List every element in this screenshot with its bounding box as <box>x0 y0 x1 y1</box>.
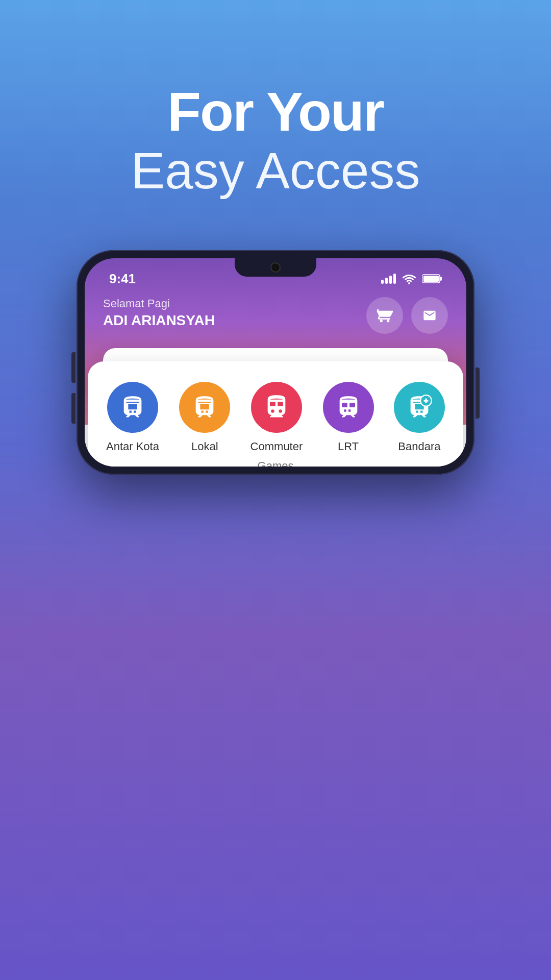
lokal-label: Lokal <box>191 440 218 453</box>
lokal-icon <box>179 382 230 433</box>
mail-icon <box>421 308 438 323</box>
bandara-train-icon <box>406 394 433 421</box>
services-panel: Antar Kota Lokal <box>88 361 463 467</box>
bandara-label: Bandara <box>398 440 440 453</box>
wifi-icon <box>402 273 416 284</box>
app-header: Selamat Pagi ADI ARIANSYAH <box>103 297 448 334</box>
greeting-text: Selamat Pagi <box>103 297 215 310</box>
antar-kota-icon <box>107 382 158 433</box>
signal-icon <box>381 274 396 284</box>
user-name: ADI ARIANSYAH <box>103 312 215 329</box>
lrt-icon <box>323 382 374 433</box>
header-icons <box>366 297 448 334</box>
phone-frame: 9:41 <box>77 250 474 475</box>
commuter-label: Commuter <box>251 440 303 453</box>
phone-mockup: 9:41 <box>77 250 474 475</box>
mail-button[interactable] <box>411 297 448 334</box>
commuter-train-icon <box>263 394 290 421</box>
phone-notch <box>235 258 316 277</box>
service-lokal[interactable]: Lokal <box>179 382 230 453</box>
lrt-label: LRT <box>338 440 359 453</box>
service-antar-kota[interactable]: Antar Kota <box>106 382 159 453</box>
bandara-icon <box>394 382 445 433</box>
svg-rect-1 <box>440 277 442 281</box>
cart-button[interactable] <box>366 297 403 334</box>
cart-icon <box>377 307 393 324</box>
hero-section: For Your Easy Access <box>0 82 551 199</box>
user-info: Selamat Pagi ADI ARIANSYAH <box>103 297 215 329</box>
phone-screen: 9:41 <box>85 258 466 467</box>
svg-rect-2 <box>423 276 439 282</box>
camera <box>270 262 281 273</box>
services-grid: Antar Kota Lokal <box>106 382 445 453</box>
lrt-train-icon <box>335 394 362 421</box>
status-time: 9:41 <box>109 271 136 287</box>
games-label: Games <box>106 453 445 467</box>
lokal-train-icon <box>191 394 218 421</box>
app-content: Selamat Pagi ADI ARIANSYAH <box>85 289 466 467</box>
battery-icon <box>422 274 442 284</box>
antar-kota-label: Antar Kota <box>106 440 159 453</box>
service-commuter[interactable]: Commuter <box>251 382 303 453</box>
service-lrt[interactable]: LRT <box>323 382 374 453</box>
train-icon <box>119 394 146 421</box>
service-bandara[interactable]: Bandara <box>394 382 445 453</box>
hero-title-light: Easy Access <box>0 142 551 199</box>
status-icons <box>381 273 442 284</box>
commuter-icon <box>251 382 302 433</box>
hero-title-bold: For Your <box>0 82 551 142</box>
